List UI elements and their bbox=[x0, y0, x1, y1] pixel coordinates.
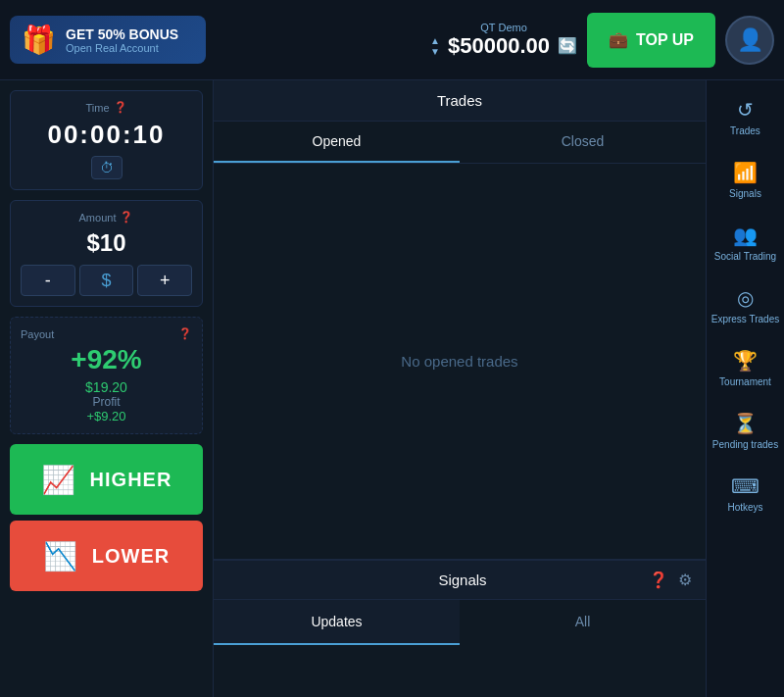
tournament-label: Tournament bbox=[719, 376, 771, 388]
account-balance: ▲▼ $50000.00 🔄 bbox=[430, 33, 577, 59]
trades-sidebar-label: Trades bbox=[730, 125, 760, 137]
trade-buttons: 📈 HIGHER 📉 LOWER bbox=[10, 444, 203, 591]
payout-percentage: +92% bbox=[21, 344, 192, 375]
signals-icons: ❓ ⚙ bbox=[649, 571, 692, 589]
header: 🎁 GET 50% BONUS Open Real Account QT Dem… bbox=[0, 0, 784, 80]
amount-section: Amount ❓ $10 - $ + bbox=[10, 200, 203, 307]
sidebar-item-pending-trades[interactable]: ⏳ Pending trades bbox=[707, 402, 784, 461]
trades-section: Trades Opened Closed No opened trades bbox=[214, 80, 706, 560]
sidebar-item-trades[interactable]: ↺ Trades bbox=[707, 88, 784, 147]
time-help-icon[interactable]: ❓ bbox=[114, 101, 127, 114]
profit-label: Profit bbox=[21, 395, 192, 409]
sidebar-item-hotkeys[interactable]: ⌨ Hotkeys bbox=[707, 465, 784, 523]
signals-tabs: Updates All bbox=[214, 600, 706, 645]
trades-header: Trades bbox=[214, 80, 706, 122]
refresh-icon[interactable]: 🔄 bbox=[558, 36, 577, 55]
trades-empty-message: No opened trades bbox=[214, 164, 706, 559]
bonus-subtitle: Open Real Account bbox=[66, 42, 178, 54]
social-trading-icon: 👥 bbox=[733, 224, 758, 247]
time-reset-button[interactable]: ⏱ bbox=[91, 156, 122, 179]
payout-section: Payout ❓ +92% $19.20 Profit +$9.20 bbox=[10, 317, 203, 434]
trades-sidebar-icon: ↺ bbox=[737, 98, 754, 122]
tab-updates[interactable]: Updates bbox=[214, 600, 460, 645]
profile-avatar[interactable]: 👤 bbox=[725, 16, 774, 65]
profit-value: +$9.20 bbox=[21, 409, 192, 423]
signals-sidebar-label: Signals bbox=[729, 188, 761, 200]
topup-button[interactable]: 💼 TOP UP bbox=[587, 13, 715, 68]
signals-header: Signals ❓ ⚙ bbox=[214, 561, 706, 600]
payout-amount: $19.20 bbox=[21, 379, 192, 395]
hotkeys-icon: ⌨ bbox=[731, 474, 760, 498]
sidebar-item-tournament[interactable]: 🏆 Tournament bbox=[707, 339, 784, 398]
amount-help-icon[interactable]: ❓ bbox=[120, 211, 133, 224]
higher-button[interactable]: 📈 HIGHER bbox=[10, 444, 203, 515]
express-trades-icon: ◎ bbox=[737, 286, 754, 310]
express-trades-label: Express Trades bbox=[711, 314, 779, 325]
pending-trades-icon: ⏳ bbox=[733, 412, 758, 435]
bonus-banner[interactable]: 🎁 GET 50% BONUS Open Real Account bbox=[10, 16, 206, 64]
balance-amount: $50000.00 bbox=[448, 33, 550, 59]
center-panel: Trades Opened Closed No opened trades Si… bbox=[214, 80, 706, 697]
amount-display: $10 bbox=[21, 229, 192, 257]
amount-increase-button[interactable]: + bbox=[137, 265, 192, 296]
signals-sidebar-icon: 📶 bbox=[733, 161, 758, 184]
payout-header: Payout ❓ bbox=[21, 327, 192, 340]
bonus-icon: 🎁 bbox=[22, 24, 56, 56]
lower-icon: 📉 bbox=[43, 540, 78, 573]
payout-label: Payout bbox=[21, 328, 54, 340]
signals-settings-button[interactable]: ⚙ bbox=[678, 571, 692, 589]
account-label: QT Demo bbox=[480, 22, 526, 33]
balance-arrows-icon: ▲▼ bbox=[430, 35, 440, 57]
trades-tabs: Opened Closed bbox=[214, 122, 706, 164]
tab-closed[interactable]: Closed bbox=[460, 122, 706, 163]
sidebar-item-express-trades[interactable]: ◎ Express Trades bbox=[707, 276, 784, 335]
bonus-title: GET 50% BONUS bbox=[66, 26, 178, 42]
signals-title: Signals bbox=[276, 572, 649, 588]
sidebar-item-social-trading[interactable]: 👥 Social Trading bbox=[707, 214, 784, 273]
sidebar-item-signals[interactable]: 📶 Signals bbox=[707, 151, 784, 210]
topup-label: TOP UP bbox=[636, 31, 694, 49]
topup-icon: 💼 bbox=[609, 30, 628, 49]
tab-opened[interactable]: Opened bbox=[214, 122, 460, 163]
amount-currency-button[interactable]: $ bbox=[79, 265, 134, 296]
account-info: QT Demo ▲▼ $50000.00 🔄 bbox=[430, 22, 577, 59]
time-label: Time ❓ bbox=[21, 101, 192, 114]
main-content: Time ❓ 00:00:10 ⏱ Amount ❓ $10 - $ + bbox=[0, 80, 784, 697]
time-section: Time ❓ 00:00:10 ⏱ bbox=[10, 90, 203, 190]
hotkeys-label: Hotkeys bbox=[727, 502, 762, 514]
lower-button[interactable]: 📉 LOWER bbox=[10, 521, 203, 591]
signals-help-button[interactable]: ❓ bbox=[649, 571, 668, 589]
trades-title: Trades bbox=[437, 92, 482, 109]
signals-section: Signals ❓ ⚙ Updates All bbox=[214, 560, 706, 697]
pending-trades-label: Pending trades bbox=[712, 439, 778, 451]
payout-help-icon[interactable]: ❓ bbox=[178, 327, 192, 340]
amount-controls: - $ + bbox=[21, 265, 192, 296]
higher-label: HIGHER bbox=[90, 469, 172, 491]
tournament-icon: 🏆 bbox=[733, 349, 758, 373]
social-trading-label: Social Trading bbox=[714, 251, 776, 263]
left-panel: Time ❓ 00:00:10 ⏱ Amount ❓ $10 - $ + bbox=[0, 80, 214, 697]
higher-icon: 📈 bbox=[41, 464, 76, 496]
tab-all[interactable]: All bbox=[460, 600, 706, 645]
amount-decrease-button[interactable]: - bbox=[21, 265, 75, 296]
time-display: 00:00:10 bbox=[21, 120, 192, 150]
bonus-text: GET 50% BONUS Open Real Account bbox=[66, 26, 178, 54]
right-sidebar: ↺ Trades 📶 Signals 👥 Social Trading ◎ Ex… bbox=[706, 80, 784, 697]
time-reset-area: ⏱ bbox=[21, 156, 192, 179]
amount-label: Amount ❓ bbox=[21, 211, 192, 224]
lower-label: LOWER bbox=[92, 545, 170, 568]
